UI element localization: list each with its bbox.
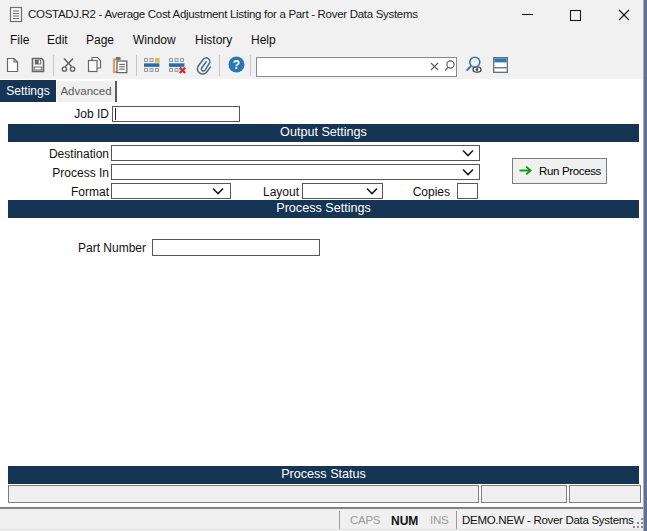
svg-text:?: ? [233, 58, 240, 72]
